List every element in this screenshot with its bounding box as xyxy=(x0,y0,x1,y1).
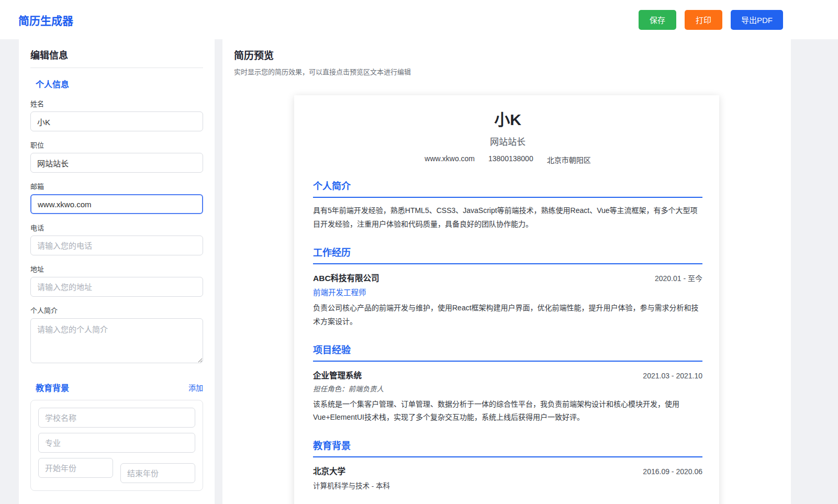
summary-field: 个人简介 xyxy=(30,305,203,365)
education-section-heading: 教育背景 xyxy=(313,438,702,457)
education-school[interactable]: 北京大学 xyxy=(313,465,345,476)
name-input[interactable] xyxy=(30,111,203,131)
resume-contact-phone[interactable]: 13800138000 xyxy=(488,154,533,165)
major-input[interactable] xyxy=(38,433,195,453)
personal-info-title: 个人信息 xyxy=(30,77,69,90)
topbar-actions: 保存 打印 导出PDF xyxy=(639,10,783,30)
start-year-input[interactable] xyxy=(38,458,113,478)
project-description[interactable]: 该系统是一个集客户管理、订单管理、数据分析于一体的综合性平台，我负责前端架构设计… xyxy=(313,398,702,425)
resume-section-education: 教育背景 北京大学 2016.09 - 2020.06 计算机科学与技术 - 本… xyxy=(313,438,702,490)
personal-info-section-head: 个人信息 xyxy=(30,77,203,90)
education-years-row xyxy=(38,458,195,483)
education-period[interactable]: 2016.09 - 2020.06 xyxy=(643,467,702,476)
project-entry-head: 企业管理系统 2021.03 - 2021.10 xyxy=(313,369,702,380)
project-period[interactable]: 2021.03 - 2021.10 xyxy=(643,372,702,380)
address-field: 地址 xyxy=(30,264,203,297)
summary-textarea[interactable] xyxy=(30,318,203,363)
address-label: 地址 xyxy=(30,264,203,274)
name-field: 姓名 xyxy=(30,98,203,131)
school-name-input[interactable] xyxy=(38,408,195,428)
preview-panel: 简历预览 实时显示您的简历效果，可以直接点击预览区文本进行编辑 小K 网站站长 … xyxy=(222,39,791,504)
preview-title: 简历预览 xyxy=(234,48,779,62)
top-bar: 简历生成器 保存 打印 导出PDF xyxy=(0,0,838,39)
projects-section-heading: 项目经验 xyxy=(313,342,702,362)
position-field: 职位 xyxy=(30,140,203,173)
editor-divider xyxy=(30,68,203,68)
editor-panel: 编辑信息 个人信息 姓名 职位 邮箱 电话 地址 个人简介 xyxy=(19,39,215,504)
resume-job-title[interactable]: 网站站长 xyxy=(313,135,702,148)
save-button[interactable]: 保存 xyxy=(639,10,676,30)
work-role[interactable]: 前端开发工程师 xyxy=(313,286,702,297)
summary-section-heading: 个人简介 xyxy=(313,178,702,198)
phone-field: 电话 xyxy=(30,222,203,255)
phone-input[interactable] xyxy=(30,236,203,255)
work-section-heading: 工作经历 xyxy=(313,245,702,264)
editor-title: 编辑信息 xyxy=(30,48,203,61)
resume-section-projects: 项目经验 企业管理系统 2021.03 - 2021.10 担任角色：前端负责人… xyxy=(313,342,702,425)
education-degree[interactable]: 计算机科学与技术 - 本科 xyxy=(313,480,702,490)
resume-paper: 小K 网站站长 www.xkwo.com 13800138000 北京市朝阳区 … xyxy=(294,95,719,504)
resume-contact-location[interactable]: 北京市朝阳区 xyxy=(547,154,591,165)
main-layout: 编辑信息 个人信息 姓名 职位 邮箱 电话 地址 个人简介 xyxy=(0,39,838,504)
export-pdf-button[interactable]: 导出PDF xyxy=(731,10,783,30)
education-section-title: 教育背景 xyxy=(30,381,69,394)
education-entry-head: 北京大学 2016.09 - 2020.06 xyxy=(313,465,702,476)
position-input[interactable] xyxy=(30,153,203,173)
position-label: 职位 xyxy=(30,140,203,150)
email-field: 邮箱 xyxy=(30,181,203,214)
resume-contact-row: www.xkwo.com 13800138000 北京市朝阳区 xyxy=(313,154,702,165)
email-label: 邮箱 xyxy=(30,181,203,191)
address-input[interactable] xyxy=(30,277,203,297)
summary-label: 个人简介 xyxy=(30,305,203,315)
project-role[interactable]: 担任角色：前端负责人 xyxy=(313,383,702,394)
project-name[interactable]: 企业管理系统 xyxy=(313,369,362,380)
app-title: 简历生成器 xyxy=(18,12,73,28)
add-education-link[interactable]: 添加 xyxy=(188,382,203,393)
summary-section-text[interactable]: 具有5年前端开发经验，熟悉HTML5、CSS3、JavaScript等前端技术，… xyxy=(313,204,702,231)
resume-section-work: 工作经历 ABC科技有限公司 2020.01 - 至今 前端开发工程师 负责公司… xyxy=(313,245,702,329)
resume-section-summary: 个人简介 具有5年前端开发经验，熟悉HTML5、CSS3、JavaScript等… xyxy=(313,178,702,231)
work-description[interactable]: 负责公司核心产品的前端开发与维护，使用React框架构建用户界面，优化前端性能，… xyxy=(313,301,702,329)
education-entry-card xyxy=(30,400,203,491)
email-input[interactable] xyxy=(30,194,203,214)
print-button[interactable]: 打印 xyxy=(685,10,722,30)
work-period[interactable]: 2020.01 - 至今 xyxy=(655,273,702,283)
work-entry-head: ABC科技有限公司 2020.01 - 至今 xyxy=(313,272,702,283)
work-company[interactable]: ABC科技有限公司 xyxy=(313,272,379,283)
resume-contact-website[interactable]: www.xkwo.com xyxy=(424,154,475,165)
education-section-head: 教育背景 添加 xyxy=(30,381,203,394)
end-year-input[interactable] xyxy=(120,463,195,483)
resume-name[interactable]: 小K xyxy=(313,107,702,130)
name-label: 姓名 xyxy=(30,98,203,108)
phone-label: 电话 xyxy=(30,222,203,232)
preview-subtitle: 实时显示您的简历效果，可以直接点击预览区文本进行编辑 xyxy=(234,66,779,76)
